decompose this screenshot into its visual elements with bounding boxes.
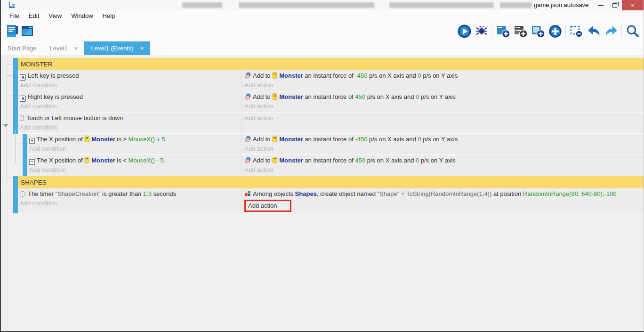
force-icon bbox=[244, 136, 251, 142]
add-action-link[interactable]: Add action bbox=[244, 113, 644, 123]
delete-selection-button[interactable] bbox=[569, 24, 584, 39]
toolbar-separator bbox=[38, 24, 38, 38]
add-action-link-highlighted[interactable]: Add action bbox=[244, 200, 291, 212]
add-other-event-button[interactable] bbox=[547, 24, 563, 39]
search-button[interactable] bbox=[625, 24, 640, 39]
tree-line bbox=[7, 178, 13, 178]
monster-object-icon bbox=[272, 93, 277, 100]
timer-icon bbox=[20, 191, 25, 197]
undo-button[interactable] bbox=[586, 24, 601, 39]
tab-close-icon[interactable]: × bbox=[74, 45, 78, 52]
minimize-button[interactable] bbox=[594, 0, 608, 10]
project-manager-button[interactable] bbox=[5, 24, 20, 39]
menu-file[interactable]: File bbox=[5, 12, 24, 19]
condition[interactable]: +The X position of Monster is < MouseX()… bbox=[29, 156, 241, 165]
conditions-column: ARight key is pressed Add condition bbox=[18, 91, 241, 112]
scene-editor-button[interactable] bbox=[20, 24, 35, 39]
tab-bar: Start Page Level1 × Level1 (Events) × bbox=[1, 41, 644, 55]
preview-button[interactable] bbox=[457, 24, 472, 39]
add-condition-link[interactable]: Add condition bbox=[29, 144, 241, 154]
add-condition-link[interactable]: Add condition bbox=[20, 81, 241, 90]
action[interactable]: Add to Monster an instant force of -450 … bbox=[244, 71, 644, 81]
action[interactable]: Add to Monster an instant force of 450 p… bbox=[244, 92, 644, 102]
window-title: game.json.autosave bbox=[534, 1, 588, 8]
play-icon bbox=[457, 24, 472, 39]
tab-level1[interactable]: Level1 × bbox=[43, 41, 84, 55]
toolbar bbox=[1, 21, 644, 41]
add-sub-event-icon bbox=[513, 24, 528, 39]
tab-start-page[interactable]: Start Page bbox=[1, 41, 43, 55]
conditions-column: ALeft key is pressed Add condition bbox=[18, 70, 241, 91]
action[interactable]: Add to Monster an instant force of -450 … bbox=[244, 135, 644, 144]
event-row[interactable]: The timer "ShapeCreation" is greater tha… bbox=[13, 188, 644, 213]
add-condition-link[interactable]: Add condition bbox=[20, 102, 241, 111]
collapse-expander-icon[interactable] bbox=[3, 124, 8, 127]
add-condition-link[interactable]: Add condition bbox=[20, 123, 241, 132]
redo-button[interactable] bbox=[604, 24, 619, 39]
conditions-column: The timer "ShapeCreation" is greater tha… bbox=[18, 188, 241, 213]
restore-button[interactable] bbox=[608, 0, 622, 10]
action[interactable]: Among objects Shapes, create object name… bbox=[244, 189, 644, 199]
event-color-bar bbox=[23, 134, 27, 155]
actions-column: Add to Monster an instant force of -450 … bbox=[241, 134, 644, 154]
add-action-link[interactable]: Add action bbox=[244, 81, 644, 90]
add-sub-event-button[interactable] bbox=[513, 24, 528, 39]
group-header[interactable]: SHAPES bbox=[18, 176, 644, 188]
add-comment-button[interactable] bbox=[530, 24, 545, 39]
add-action-link[interactable]: Add action bbox=[244, 144, 644, 154]
tree-line bbox=[15, 164, 23, 164]
add-action-link[interactable]: Add action bbox=[244, 102, 644, 111]
project-manager-icon bbox=[5, 24, 19, 38]
menu-help[interactable]: Help bbox=[98, 12, 120, 19]
tab-label: Level1 bbox=[49, 45, 67, 52]
add-condition-link[interactable]: Add condition bbox=[20, 199, 241, 208]
event-row[interactable]: ALeft key is pressed Add condition Add t… bbox=[13, 70, 644, 91]
event-row[interactable]: Touch or Left mouse button is down Add c… bbox=[13, 113, 644, 134]
add-condition-link[interactable]: Add condition bbox=[29, 165, 241, 175]
add-event-button[interactable] bbox=[495, 24, 510, 39]
tab-close-icon[interactable]: × bbox=[140, 45, 144, 52]
condition[interactable]: ALeft key is pressed bbox=[20, 71, 241, 81]
close-button[interactable]: × bbox=[622, 0, 644, 10]
delete-selection-icon bbox=[569, 24, 583, 38]
group-header[interactable]: MONSTER bbox=[18, 58, 644, 70]
add-event-icon bbox=[496, 24, 510, 39]
conditions-column: +The X position of Monster is < MouseX()… bbox=[27, 155, 241, 176]
tree-line bbox=[7, 75, 13, 76]
add-comment-icon bbox=[531, 24, 545, 39]
menu-window[interactable]: Window bbox=[66, 12, 97, 19]
action[interactable]: Add to Monster an instant force of 450 p… bbox=[244, 156, 644, 165]
condition[interactable]: The timer "ShapeCreation" is greater tha… bbox=[20, 189, 241, 199]
event-color-bar bbox=[13, 70, 18, 91]
actions-column: Add to Monster an instant force of -450 … bbox=[241, 70, 644, 91]
search-icon bbox=[625, 24, 640, 39]
group-row-shapes[interactable]: SHAPES bbox=[13, 176, 644, 188]
scene-editor-icon bbox=[20, 24, 34, 38]
condition[interactable]: Touch or Left mouse button is down bbox=[20, 113, 241, 123]
event-row[interactable]: ARight key is pressed Add condition Add … bbox=[13, 91, 644, 113]
group-row-monster[interactable]: MONSTER bbox=[13, 58, 644, 70]
titlebar: game.json.autosave × bbox=[1, 0, 644, 10]
app-window: game.json.autosave × File Edit View Wind… bbox=[0, 0, 644, 332]
debugger-button[interactable] bbox=[474, 24, 489, 39]
monster-object-icon bbox=[272, 157, 277, 163]
monster-object-icon bbox=[272, 72, 277, 79]
bug-icon bbox=[475, 24, 489, 38]
tab-level1-events[interactable]: Level1 (Events) × bbox=[84, 41, 150, 55]
menu-view[interactable]: View bbox=[44, 12, 66, 19]
monster-object-icon bbox=[84, 157, 89, 163]
toolbar-separator bbox=[492, 24, 492, 38]
actions-column: Among objects Shapes, create object name… bbox=[241, 188, 644, 213]
monster-object-icon bbox=[272, 136, 277, 142]
sub-event-row[interactable]: +The X position of Monster is < MouseX()… bbox=[23, 155, 644, 176]
menu-edit[interactable]: Edit bbox=[24, 12, 44, 19]
actions-column: Add to Monster an instant force of 450 p… bbox=[241, 91, 644, 112]
add-action-link[interactable]: Add action bbox=[244, 165, 644, 175]
gdevelop-logo-icon bbox=[8, 1, 17, 9]
sub-event-row[interactable]: +The X position of Monster is > MouseX()… bbox=[23, 134, 644, 155]
keyboard-key-icon: A bbox=[20, 96, 26, 102]
conditions-column: Touch or Left mouse button is down Add c… bbox=[18, 113, 241, 133]
redacted-title-block bbox=[500, 2, 532, 8]
condition[interactable]: ARight key is pressed bbox=[20, 92, 241, 102]
condition[interactable]: +The X position of Monster is > MouseX()… bbox=[29, 135, 241, 144]
